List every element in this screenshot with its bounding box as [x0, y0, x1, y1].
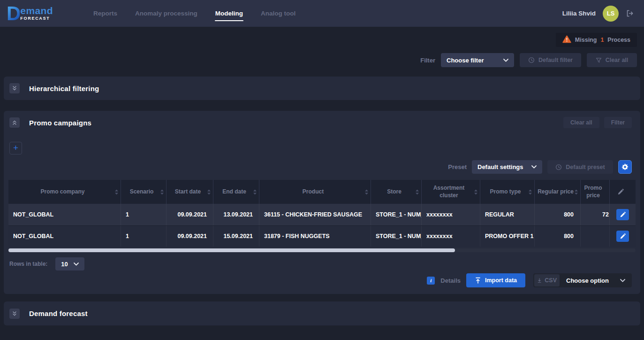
cell-promo-company: NOT_GLOBAL — [8, 226, 121, 247]
cell-product: 31879 - FISH NUGGETS — [259, 226, 371, 247]
csv-export-button[interactable]: CSV — [534, 274, 560, 286]
promo-table: Promo company Scenario Start date End da… — [8, 180, 636, 247]
cell-start-date: 09.09.2021 — [167, 204, 213, 225]
upload-icon — [475, 277, 481, 284]
add-promo-button[interactable]: + — [9, 142, 22, 155]
double-chevron-up-icon — [12, 120, 17, 125]
cell-promo-price: 72 — [581, 204, 610, 225]
logo-d-glyph: D — [7, 6, 20, 21]
collapse-promo-button[interactable] — [9, 117, 20, 128]
demand-forecast-section: Demand forecast — [4, 301, 640, 325]
column-header-store[interactable]: Store — [371, 180, 422, 204]
nav-analog-tool[interactable]: Analog tool — [261, 7, 295, 20]
sort-icon — [416, 189, 419, 194]
logo-subtitle: FORECAST — [20, 16, 53, 21]
default-filter-button[interactable]: Default filter — [520, 53, 581, 67]
preset-select[interactable]: Default settings — [472, 160, 542, 174]
add-icon: + — [13, 143, 18, 152]
logout-icon[interactable] — [626, 9, 634, 17]
column-header-regular-price[interactable]: Regular price — [535, 180, 581, 204]
cell-start-date: 09.09.2021 — [167, 226, 213, 247]
clear-filter-icon — [596, 57, 602, 63]
cell-end-date: 13.09.2021 — [213, 204, 259, 225]
preset-value: Default settings — [477, 163, 523, 170]
export-group: CSV Choose option — [533, 273, 632, 287]
table-header-row: Promo company Scenario Start date End da… — [8, 180, 636, 204]
nav-anomaly-processing[interactable]: Anomaly processing — [135, 7, 197, 20]
app-logo[interactable]: D emand FORECAST — [7, 6, 53, 21]
clear-all-filters-button[interactable]: Clear all — [587, 53, 637, 67]
missing-prefix: Missing — [575, 37, 597, 43]
sort-icon — [115, 189, 118, 194]
column-header-end-date[interactable]: End date — [213, 180, 259, 204]
pencil-icon — [620, 212, 626, 217]
column-header-promo-type[interactable]: Promo type — [480, 180, 535, 204]
cell-store: STORE_1 - NUM_1 — [371, 204, 422, 225]
table-horizontal-scrollbar[interactable] — [8, 248, 636, 252]
rows-per-page-value: 10 — [61, 261, 68, 268]
rows-per-page-select[interactable]: 10 — [55, 257, 84, 270]
cell-promo-company: NOT_GLOBAL — [8, 204, 121, 225]
column-header-promo-price[interactable]: Promo price — [581, 180, 610, 204]
missing-suffix: Process — [607, 37, 630, 43]
table-settings-button[interactable] — [618, 160, 632, 174]
choose-option-value: Choose option — [566, 277, 609, 284]
edit-row-button[interactable] — [616, 209, 629, 220]
nav-modeling[interactable]: Modeling — [215, 7, 243, 20]
nav-reports[interactable]: Reports — [93, 7, 117, 20]
chevron-down-icon — [531, 165, 537, 169]
column-header-scenario[interactable]: Scenario — [121, 180, 167, 204]
default-preset-button[interactable]: Default preset — [547, 160, 613, 174]
column-header-start-date[interactable]: Start date — [167, 180, 213, 204]
promo-filter-button[interactable]: Filter — [604, 117, 632, 128]
double-chevron-down-icon — [12, 311, 17, 317]
section-title-promo: Promo campaigns — [29, 119, 91, 127]
column-header-assortment-cluster[interactable]: Assortment cluster — [422, 180, 480, 204]
section-title-hierarchical: Hierarchical filtering — [29, 85, 99, 93]
double-chevron-down-icon — [12, 85, 17, 91]
cell-product: 36115 - CHICKEN-FRIED SAUSAGE — [259, 204, 371, 225]
cell-assortment-cluster: xxxxxxxx — [422, 204, 480, 225]
cell-edit — [610, 204, 636, 225]
cell-promo-price — [581, 226, 610, 247]
cell-scenario: 1 — [121, 226, 167, 247]
pencil-icon — [618, 189, 624, 195]
hierarchical-filtering-section: Hierarchical filtering — [4, 77, 640, 100]
download-icon — [537, 278, 542, 284]
details-button[interactable]: Details — [440, 277, 461, 284]
column-header-edit — [610, 180, 636, 204]
import-data-button[interactable]: Import data — [466, 273, 525, 287]
promo-clear-all-button[interactable]: Clear all — [563, 117, 599, 128]
filter-label: Filter — [420, 57, 435, 64]
sort-icon — [365, 189, 368, 194]
history-clock-icon — [528, 57, 535, 63]
app-header: D emand FORECAST Reports Anomaly process… — [0, 0, 644, 27]
chevron-down-icon — [620, 279, 625, 282]
sort-icon — [207, 189, 211, 194]
missing-process-badge: Missing 1 Process — [556, 33, 637, 47]
rows-in-table-label: Rows in table: — [9, 261, 47, 267]
history-clock-icon — [555, 164, 562, 170]
column-header-promo-company[interactable]: Promo company — [8, 180, 121, 204]
cell-scenario: 1 — [121, 204, 167, 225]
edit-row-button[interactable] — [616, 231, 629, 242]
choose-filter-value: Choose filter — [447, 57, 484, 64]
choose-filter-select[interactable]: Choose filter — [441, 53, 514, 67]
column-header-product[interactable]: Product — [259, 180, 371, 204]
cell-regular-price: 800 — [535, 226, 581, 247]
avatar[interactable]: LS — [603, 6, 619, 22]
warning-icon — [562, 35, 571, 45]
info-icon: i — [427, 277, 435, 285]
sort-icon — [529, 189, 532, 194]
cell-store: STORE_1 - NUM_1 — [371, 226, 422, 247]
user-name: Liliia Shvid — [562, 10, 596, 17]
cell-edit — [610, 226, 636, 247]
scrollbar-thumb[interactable] — [8, 248, 455, 252]
chevron-down-icon — [503, 59, 508, 62]
section-title-demand: Demand forecast — [29, 309, 88, 317]
expand-hierarchical-button[interactable] — [9, 83, 20, 93]
choose-option-select[interactable]: Choose option — [560, 277, 631, 284]
expand-demand-button[interactable] — [9, 309, 20, 319]
table-row: NOT_GLOBAL 1 09.09.2021 13.09.2021 36115… — [8, 204, 636, 226]
logo-title: emand — [20, 6, 53, 15]
